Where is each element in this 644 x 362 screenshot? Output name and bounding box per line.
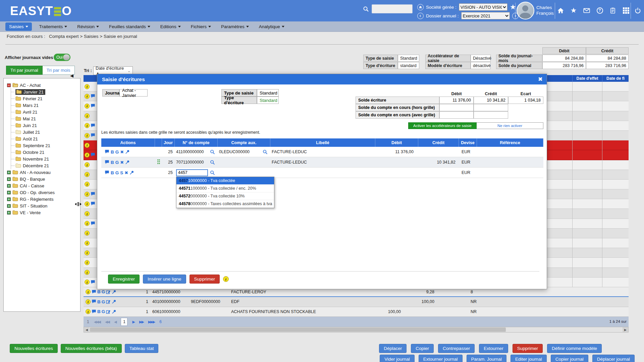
column-header-date-fin[interactable]: Date de fi [602,75,629,82]
pin-icon[interactable] [125,160,130,165]
contrepasser-button[interactable]: Contrepasser [438,344,475,353]
tree-month-avril-21[interactable]: Avril 21 [15,109,78,115]
drag-handle-icon[interactable] [157,159,160,164]
tree-journal-rg[interactable]: + RG - Règlements [7,196,78,202]
autocomplete-option[interactable]: 445720000000 - Tva collectée 10% [176,192,274,200]
info-icon[interactable]: i [86,309,91,314]
action-g-icon[interactable]: G [115,149,119,155]
action-g-icon[interactable]: G [102,299,105,304]
table-row[interactable]: i [84,140,97,150]
table-row[interactable] [547,121,629,131]
menu-item-fichiers[interactable]: Fichiers [188,23,214,31]
column-header-date-effet[interactable]: Date d'effet [572,75,602,82]
comment-icon[interactable] [91,201,95,206]
pin-icon[interactable] [112,290,116,294]
account-number-input[interactable] [176,169,208,176]
table-row[interactable]: i [84,199,97,209]
comment-icon[interactable] [91,192,95,196]
tree-month-mai-21[interactable]: Mai 21 [15,115,78,122]
tree-month-novembre-21[interactable]: Novembre 21 [15,156,78,162]
menu-item-feuilles-standards[interactable]: Feuilles standards [106,23,153,31]
info-icon[interactable]: i [85,211,90,216]
table-row[interactable]: i [84,82,97,92]
table-row[interactable] [547,199,629,209]
activate-accelerators-button[interactable]: Activer les accélérateurs de saisie [408,122,477,129]
action-s-icon[interactable]: S [120,170,123,175]
info-icon[interactable]: i [85,162,90,167]
info-icon[interactable]: i [85,133,90,138]
dossier-select[interactable]: Exercice 2021 [461,12,510,19]
menu-item-traitements[interactable]: Traitements [37,23,70,31]
menu-item-r-vision[interactable]: Révision [74,23,102,31]
action-b-icon[interactable]: B [97,289,101,294]
pin-icon[interactable] [125,149,130,154]
comment-icon[interactable] [91,104,95,108]
action-b-icon[interactable]: B [97,299,101,304]
info-icon[interactable]: i [223,276,229,282]
comment-icon[interactable] [92,299,96,304]
favorites-icon[interactable]: ★ [570,7,577,14]
action-g-icon[interactable]: G [115,160,119,165]
comment-icon[interactable] [91,221,95,226]
table-row[interactable] [547,189,629,199]
insert-line-button[interactable]: Insérer une ligne [143,275,186,284]
comment-icon[interactable] [91,133,95,138]
tree-journal-ac-achat[interactable]: − AC - Achat [7,82,78,88]
tree-journal-an[interactable]: + AN - A-nouveau [7,169,78,176]
supprimer-button[interactable]: Supprimer [513,344,543,353]
action-g-icon[interactable]: G [102,289,105,294]
expand-plus-icon[interactable]: + [7,177,11,181]
d-placer-journal-button[interactable]: Déplacer journal [592,355,635,362]
copier-button[interactable]: Copier [411,344,434,353]
account-search-icon[interactable] [263,149,268,155]
edit-icon[interactable] [106,299,111,304]
tree-journal-cai[interactable]: + CAI - Caisse [7,182,78,189]
comment-icon[interactable] [91,123,95,128]
expand-plus-icon[interactable]: + [7,191,11,194]
info-icon[interactable]: i [85,231,90,236]
table-row[interactable] [547,131,629,140]
table-row[interactable]: i [84,209,97,219]
action-b-icon[interactable]: B [111,160,114,165]
info-icon[interactable]: i [85,84,90,89]
apps-grid-icon[interactable] [622,7,630,14]
table-row[interactable] [547,160,629,170]
comment-icon[interactable] [91,94,95,99]
info-icon[interactable]: i [85,250,90,255]
pagination-first-icon[interactable]: ◀◀◀ [94,320,100,324]
entry-grid-row[interactable]: BG✖ 25 707110000000 FACTURE-LEDUC 10 341… [101,157,543,168]
comment-icon[interactable] [92,290,96,294]
menu-item-saisies[interactable]: Saisies [5,22,32,31]
d-placer-button[interactable]: Déplacer [379,344,407,353]
scroll-right-icon[interactable]: ▶ [623,327,628,332]
table-row[interactable] [547,92,629,101]
comment-icon[interactable] [105,160,109,165]
d-finir-comme-mod-le-button[interactable]: Définir comme modèle [547,344,602,353]
extourner-button[interactable]: Extourner [479,344,508,353]
pagination-fast-forward-icon[interactable]: ▶▶ [139,320,144,324]
table-row[interactable]: i [84,92,97,101]
close-icon[interactable]: ✖ [538,76,543,83]
comment-icon[interactable] [91,280,95,285]
tree-journal-bq[interactable]: + BQ - Banque [7,176,78,182]
table-row[interactable] [547,180,629,189]
mail-icon[interactable] [583,7,590,14]
expand-plus-icon[interactable]: + [7,204,11,208]
edit-icon[interactable] [106,309,111,314]
table-row[interactable]: iBG 1 606100000000 ACHATS FOURNITURES NO… [84,307,629,317]
tree-month-janvier-21[interactable]: Janvier 21 [15,88,78,95]
entry-grid-row[interactable]: BGS✖ 25 EUR [101,168,543,178]
table-row[interactable]: iBG 1 401000000000 9EDF00000000 EDF 100,… [84,297,629,307]
info-icon[interactable]: i [85,182,90,187]
pagination-next-icon[interactable]: ▶ [132,320,134,324]
nouvelles-critures-button[interactable]: Nouvelles écritures [10,344,58,353]
info-icon[interactable]: i [85,104,90,109]
info-icon[interactable]: i [85,270,90,275]
delete-line-icon[interactable]: ✖ [124,170,128,175]
table-row[interactable] [547,238,629,248]
tab-tri-par-journal[interactable]: Tri par journal [6,66,43,75]
expand-plus-icon[interactable]: + [7,184,11,188]
table-row[interactable]: i [84,248,97,258]
pin-icon[interactable] [112,299,116,304]
info-icon[interactable]: i [85,192,90,197]
